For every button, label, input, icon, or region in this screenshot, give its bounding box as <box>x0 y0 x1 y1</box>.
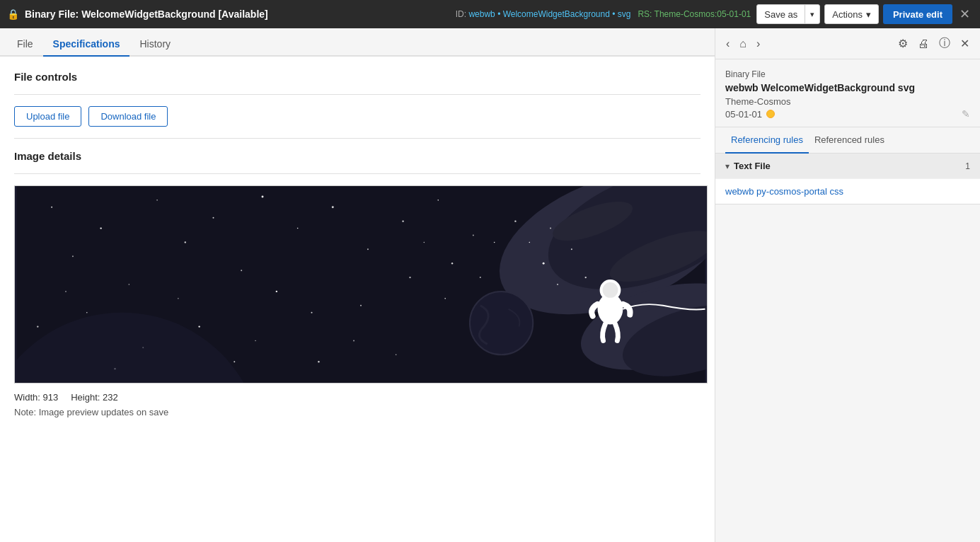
top-close-button[interactable]: ✕ <box>957 6 973 22</box>
svg-point-27 <box>234 361 235 362</box>
svg-point-44 <box>543 263 545 265</box>
actions-label: Actions <box>832 9 863 20</box>
tab-referencing-rules[interactable]: Referencing rules <box>725 127 809 154</box>
image-note: Note: Image preview updates on save <box>14 407 701 417</box>
lock-icon: 🔒 <box>7 8 19 20</box>
svg-point-14 <box>437 200 439 201</box>
svg-point-47 <box>585 277 587 278</box>
text-file-header[interactable]: ▾ Text File 1 <box>715 154 980 178</box>
tab-referenced-rules[interactable]: Referenced rules <box>809 127 890 154</box>
svg-point-32 <box>396 354 397 355</box>
svg-point-23 <box>65 291 67 292</box>
text-file-item[interactable]: webwb py-cosmos-portal css <box>715 178 980 204</box>
svg-point-19 <box>198 325 200 327</box>
svg-point-13 <box>402 220 403 221</box>
svg-point-53 <box>451 263 453 264</box>
image-dimensions: Width: 913 Height: 232 <box>14 392 701 403</box>
save-as-button[interactable]: Save as ▾ <box>756 4 820 24</box>
actions-button[interactable]: Actions ▾ <box>824 4 879 24</box>
svg-point-7 <box>129 284 130 285</box>
svg-point-54 <box>424 242 425 243</box>
edit-icon[interactable]: ✎ <box>962 108 970 120</box>
tab-file[interactable]: File <box>7 33 43 57</box>
private-edit-button[interactable]: Private edit <box>883 4 952 24</box>
svg-point-10 <box>297 228 299 229</box>
left-panel: File Specifications History File control… <box>0 28 715 542</box>
right-tabs: Referencing rules Referenced rules <box>715 127 980 154</box>
rs-value: Theme-Cosmos:05-01-01 <box>655 9 751 19</box>
right-file-theme: Theme-Cosmos <box>725 96 970 107</box>
text-file-count: 1 <box>965 161 970 171</box>
right-file-name: webwb WelcomeWidgetBackground svg <box>725 82 970 93</box>
settings-icon[interactable]: ⚙ <box>894 35 911 52</box>
svg-point-9 <box>241 270 242 271</box>
right-content: ▾ Text File 1 webwb py-cosmos-portal css <box>715 154 980 542</box>
text-file-section-label: Text File <box>734 161 961 171</box>
right-toolbar: ‹ ⌂ › ⚙ 🖨 ⓘ ✕ <box>715 28 980 59</box>
version-status-dot <box>766 110 775 118</box>
page-title: Binary File: WelcomeWidgetBackground [Av… <box>25 8 450 20</box>
svg-point-6 <box>72 255 74 257</box>
text-file-section: ▾ Text File 1 webwb py-cosmos-portal css <box>715 154 980 204</box>
svg-point-49 <box>550 228 551 229</box>
svg-point-51 <box>494 242 495 243</box>
image-height: Height: 232 <box>71 392 118 403</box>
svg-point-28 <box>409 277 410 278</box>
right-file-type: Binary File <box>725 69 970 79</box>
svg-point-45 <box>571 248 572 250</box>
tab-specifications[interactable]: Specifications <box>43 33 130 57</box>
svg-point-26 <box>178 298 179 299</box>
top-bar: 🔒 Binary File: WelcomeWidgetBackground [… <box>0 0 980 28</box>
upload-file-button[interactable]: Upload file <box>14 106 81 127</box>
svg-point-46 <box>557 284 558 285</box>
divider-1 <box>14 94 701 95</box>
svg-point-2 <box>100 227 101 229</box>
svg-point-12 <box>367 248 369 250</box>
collapse-icon: ▾ <box>725 161 730 171</box>
right-file-info: Binary File webwb WelcomeWidgetBackgroun… <box>715 59 980 127</box>
right-file-version: 05-01-01 ✎ <box>725 108 970 120</box>
id-label: ID: <box>456 9 466 19</box>
version-text: 05-01-01 <box>725 109 762 120</box>
svg-point-31 <box>318 361 319 362</box>
svg-point-3 <box>156 200 158 201</box>
image-width: Width: 913 <box>14 392 58 403</box>
file-controls-title: File controls <box>14 71 701 83</box>
back-button[interactable]: ‹ <box>722 35 733 52</box>
home-button[interactable]: ⌂ <box>736 35 750 52</box>
tab-history[interactable]: History <box>129 33 180 57</box>
svg-point-21 <box>311 312 313 313</box>
actions-chevron-icon: ▾ <box>866 9 871 20</box>
svg-point-24 <box>360 305 362 306</box>
print-icon[interactable]: 🖨 <box>914 35 933 52</box>
svg-point-50 <box>514 220 516 221</box>
file-controls-buttons: Upload file Download file <box>14 106 701 127</box>
download-file-button[interactable]: Download file <box>88 106 168 127</box>
svg-point-8 <box>185 241 186 243</box>
info-icon[interactable]: ⓘ <box>935 34 954 53</box>
svg-point-5 <box>262 195 264 197</box>
svg-point-1 <box>51 207 52 208</box>
forward-button[interactable]: › <box>753 35 763 52</box>
file-id-bar: ID: webwb • WelcomeWidgetBackground • sv… <box>456 9 751 19</box>
svg-point-48 <box>529 242 530 243</box>
top-bar-actions: Save as ▾ Actions ▾ Private edit ✕ <box>756 4 973 24</box>
svg-point-11 <box>332 206 334 208</box>
svg-point-16 <box>37 325 38 327</box>
rs-label: RS: <box>638 9 652 19</box>
svg-point-29 <box>444 298 446 299</box>
id-value: webwb • WelcomeWidgetBackground • svg <box>468 9 630 19</box>
right-panel: ‹ ⌂ › ⚙ 🖨 ⓘ ✕ Binary File webwb WelcomeW… <box>715 28 980 542</box>
svg-point-30 <box>353 340 354 341</box>
main-layout: File Specifications History File control… <box>0 28 980 542</box>
divider-2 <box>14 138 701 139</box>
close-panel-button[interactable]: ✕ <box>957 35 973 52</box>
save-as-label: Save as <box>757 5 805 23</box>
svg-point-52 <box>480 277 481 278</box>
svg-point-15 <box>473 235 474 236</box>
svg-point-17 <box>86 312 88 313</box>
left-content: File controls Upload file Download file … <box>0 57 715 542</box>
svg-point-4 <box>213 217 214 219</box>
tabs-bar: File Specifications History <box>0 28 715 57</box>
save-as-dropdown-icon: ▾ <box>805 5 819 23</box>
